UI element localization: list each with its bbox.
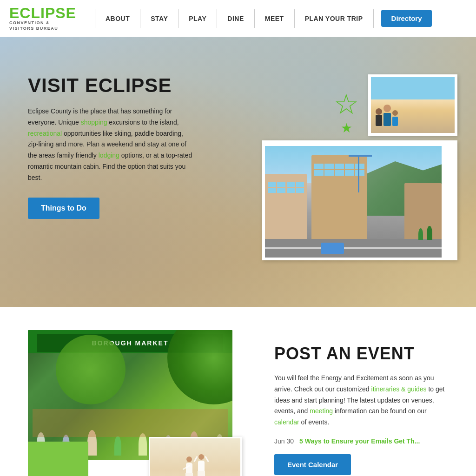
person-3 bbox=[392, 110, 398, 126]
calendar-link[interactable]: calendar bbox=[274, 418, 299, 426]
city-photo-frame bbox=[262, 140, 457, 260]
hero-images: ☆ ★ bbox=[262, 74, 457, 260]
post-event-title: POST AN EVENT bbox=[274, 344, 448, 364]
hero-section: VISIT ECLIPSE Eclipse County is the plac… bbox=[0, 37, 476, 307]
things-to-do-button[interactable]: Things to Do bbox=[28, 198, 99, 219]
event-title-link[interactable]: 5 Ways to Ensure your Emails Get Th... bbox=[299, 437, 420, 445]
section2-content: POST AN EVENT You will feel the Energy a… bbox=[274, 330, 448, 476]
star-solid-icon: ★ bbox=[341, 120, 352, 136]
section2-images: BOROUGH MARKET bbox=[28, 330, 251, 476]
meeting-link[interactable]: meeting bbox=[310, 407, 333, 415]
event-date: Jun 30 bbox=[274, 437, 294, 445]
nav-about[interactable]: ABOUT bbox=[95, 9, 140, 28]
star-outline-icon: ☆ bbox=[334, 91, 359, 119]
logo-name: ECLIPSE bbox=[9, 6, 76, 20]
dancer-scene bbox=[150, 438, 240, 476]
person-1 bbox=[376, 108, 382, 126]
logo-sub: CONVENTION & VISITORS BUREAU bbox=[9, 20, 76, 31]
beach-people bbox=[376, 105, 398, 126]
person-2 bbox=[383, 105, 391, 126]
hero-content: VISIT ECLIPSE Eclipse County is the plac… bbox=[0, 37, 223, 238]
nav-plan-trip[interactable]: PLAN YOUR TRIP bbox=[295, 9, 374, 28]
section2-description: You will feel the Energy and Excitement … bbox=[274, 373, 448, 428]
logo[interactable]: ECLIPSE CONVENTION & VISITORS BUREAU bbox=[9, 6, 76, 31]
section2: BOROUGH MARKET bbox=[0, 307, 476, 476]
event-list-item: Jun 30 5 Ways to Ensure your Emails Get … bbox=[274, 437, 448, 445]
site-header: ECLIPSE CONVENTION & VISITORS BUREAU ABO… bbox=[0, 0, 476, 37]
nav-stay[interactable]: STAY bbox=[140, 9, 178, 28]
lodging-link[interactable]: lodging bbox=[99, 152, 119, 159]
dancer-image bbox=[149, 437, 242, 476]
hero-title: VISIT ECLIPSE bbox=[28, 74, 195, 97]
directory-button[interactable]: Directory bbox=[381, 10, 432, 27]
itineraries-link[interactable]: itineraries & guides bbox=[371, 385, 427, 393]
green-decorative-block bbox=[28, 442, 88, 476]
recreational-link[interactable]: recreational bbox=[28, 130, 62, 137]
hero-description: Eclipse County is the place that has som… bbox=[28, 106, 195, 184]
nav-dine[interactable]: DINE bbox=[217, 9, 254, 28]
hero-top-row: ☆ ★ bbox=[262, 74, 457, 136]
event-calendar-button[interactable]: Event Calendar bbox=[274, 454, 351, 475]
main-nav: ABOUT STAY PLAY DINE MEET PLAN YOUR TRIP… bbox=[95, 9, 467, 28]
nav-meet[interactable]: MEET bbox=[255, 9, 295, 28]
star-decoration: ☆ ★ bbox=[334, 91, 359, 136]
beach-photo bbox=[371, 77, 455, 133]
shopping-link[interactable]: shopping bbox=[81, 119, 107, 126]
city-photo bbox=[265, 146, 442, 258]
nav-play[interactable]: PLAY bbox=[178, 9, 217, 28]
beach-photo-frame bbox=[368, 74, 457, 136]
